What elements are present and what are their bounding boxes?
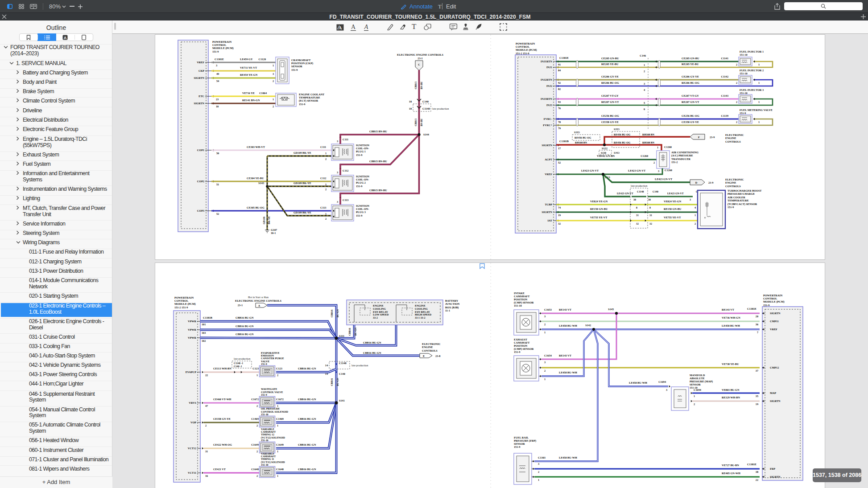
svg-text:LE458 BU-WH: LE458 BU-WH xyxy=(629,381,647,384)
svg-text:CONTROL: CONTROL xyxy=(763,297,777,300)
svg-text:LE423 GN-VT: LE423 GN-VT xyxy=(667,192,684,195)
svg-text:1: 1 xyxy=(758,63,760,66)
svg-text:C1381E: C1381E xyxy=(747,463,756,466)
svg-text:VARIABLE: VARIABLE xyxy=(261,428,274,431)
svg-text:VE755 YE-VT: VE755 YE-VT xyxy=(664,216,681,219)
svg-text:VE738 YE-BU: VE738 YE-BU xyxy=(722,362,739,365)
svg-text:3: 3 xyxy=(273,72,274,75)
svg-text:11-1: 11-1 xyxy=(445,309,450,312)
svg-text:VALVE: VALVE xyxy=(261,360,269,363)
svg-text:30: 30 xyxy=(633,198,636,201)
svg-text:RE456 BU-OG: RE456 BU-OG xyxy=(614,141,631,144)
svg-text:151-9: 151-9 xyxy=(727,205,734,209)
svg-text:CE305 BU-OG: CE305 BU-OG xyxy=(247,206,265,209)
svg-text:VE727 BU-BN: VE727 BU-BN xyxy=(722,463,739,467)
svg-text:23: 23 xyxy=(216,98,219,101)
svg-text:IGNITION: IGNITION xyxy=(356,175,369,178)
svg-text:late production: late production xyxy=(631,184,647,187)
svg-text:VCT11: VCT11 xyxy=(188,471,196,474)
svg-text:VPWR: VPWR xyxy=(188,336,196,339)
svg-text:ELECTRONIC: ELECTRONIC xyxy=(725,133,744,136)
svg-text:POWERTRAIN: POWERTRAIN xyxy=(763,294,783,297)
svg-text:C146: C146 xyxy=(640,54,646,57)
svg-text:C1141: C1141 xyxy=(721,57,728,60)
svg-text:18: 18 xyxy=(409,100,412,103)
svg-text:82: 82 xyxy=(558,87,561,90)
svg-text:3: 3 xyxy=(337,139,338,143)
svg-text:RE205 YE-BU: RE205 YE-BU xyxy=(682,62,699,66)
svg-text:LE458 BU-WH: LE458 BU-WH xyxy=(559,324,577,327)
svg-text:2: 2 xyxy=(644,70,645,73)
svg-text:C1260: C1260 xyxy=(665,168,672,172)
svg-text:C1469: C1469 xyxy=(276,417,284,420)
svg-text:CBB16 BU-GN: CBB16 BU-GN xyxy=(298,467,316,471)
svg-text:1: 1 xyxy=(544,331,546,334)
svg-text:VE711 YE-VT: VE711 YE-VT xyxy=(240,66,257,69)
svg-text:23-1: 23-1 xyxy=(417,57,422,60)
svg-text:C111: C111 xyxy=(320,145,326,148)
svg-text:TIMING 12: TIMING 12 xyxy=(261,433,274,436)
svg-text:CBB16 BU-GN: CBB16 BU-GN xyxy=(298,443,316,446)
svg-text:1: 1 xyxy=(758,100,760,103)
svg-text:RHD: RHD xyxy=(614,127,620,131)
svg-text:CE207 VT-GY: CE207 VT-GY xyxy=(682,94,699,97)
svg-text:CBB16 BU-GN: CBB16 BU-GN xyxy=(298,417,316,420)
svg-text:23-9: 23-9 xyxy=(708,181,713,184)
svg-text:C1303: C1303 xyxy=(538,456,546,459)
svg-text:C140 -1: C140 -1 xyxy=(234,365,242,368)
svg-text:late production: late production xyxy=(234,357,250,360)
svg-text:32: 32 xyxy=(649,222,652,225)
svg-text:C1148: C1148 xyxy=(637,190,644,193)
svg-text:ACPT: ACPT xyxy=(545,158,553,161)
svg-text:C112: C112 xyxy=(343,169,348,172)
svg-text:CE256 BU-OG: CE256 BU-OG xyxy=(682,114,699,117)
svg-text:TEMPERATURE: TEMPERATURE xyxy=(299,96,320,99)
svg-text:151-9: 151-9 xyxy=(261,363,267,365)
svg-text:CONTROL: CONTROL xyxy=(516,45,529,48)
svg-text:151-9: 151-9 xyxy=(261,394,267,396)
svg-text:CE303 WH-VT: CE303 WH-VT xyxy=(247,145,265,148)
svg-text:2: 2 xyxy=(325,157,327,160)
svg-text:A: A xyxy=(351,24,356,30)
svg-text:MAP: MAP xyxy=(770,391,776,394)
svg-text:151-9: 151-9 xyxy=(356,153,362,156)
svg-text:C1260: C1260 xyxy=(641,154,648,157)
svg-text:151-2 151-9: 151-2 151-9 xyxy=(516,52,529,55)
svg-text:S142: S142 xyxy=(585,324,591,327)
svg-text:COP1: COP1 xyxy=(197,148,204,152)
svg-text:3: 3 xyxy=(337,200,338,203)
svg-text:ENGINE: ENGINE xyxy=(725,136,736,139)
svg-text:POSITION: POSITION xyxy=(514,298,528,301)
svg-text:76: 76 xyxy=(558,107,561,110)
svg-text:RE206 BU-OG: RE206 BU-OG xyxy=(601,81,619,84)
svg-text:ENGINE: ENGINE xyxy=(725,181,736,184)
svg-text:1: 1 xyxy=(758,81,760,84)
svg-text:19: 19 xyxy=(756,402,758,406)
svg-text:CE207 VT-GY: CE207 VT-GY xyxy=(601,94,619,97)
svg-text:FUEL INJECTOR 1: FUEL INJECTOR 1 xyxy=(740,50,764,53)
svg-text:C1653: C1653 xyxy=(544,308,552,311)
svg-text:36: 36 xyxy=(756,323,758,326)
svg-text:CBB16 BU-GN: CBB16 BU-GN xyxy=(363,351,381,354)
svg-text:CE421 VT: CE421 VT xyxy=(213,467,226,471)
svg-text:EVAPCP: EVAPCP xyxy=(186,370,197,373)
svg-text:WASTEGATE: WASTEGATE xyxy=(261,388,277,390)
svg-text:7: 7 xyxy=(757,331,758,334)
svg-text:VREF: VREF xyxy=(545,172,552,176)
svg-text:1: 1 xyxy=(657,146,658,149)
svg-text:2: 2 xyxy=(256,424,258,427)
svg-text:84: 84 xyxy=(558,69,561,72)
svg-text:22: 22 xyxy=(205,373,208,377)
svg-text:PLUG 1: PLUG 1 xyxy=(356,150,366,153)
svg-text:INJ2: INJ2 xyxy=(546,84,552,87)
svg-text:PLUG 2: PLUG 2 xyxy=(356,181,366,184)
svg-text:151-9: 151-9 xyxy=(299,103,305,106)
svg-text:TIMING 11: TIMING 11 xyxy=(261,458,274,460)
svg-text:CE422 WH-OG: CE422 WH-OG xyxy=(213,443,232,446)
svg-text:C1672: C1672 xyxy=(251,398,259,401)
svg-text:2: 2 xyxy=(538,470,539,473)
svg-text:2: 2 xyxy=(694,402,695,406)
svg-text:3: 3 xyxy=(658,169,659,172)
svg-text:3: 3 xyxy=(544,315,546,318)
svg-text:23-1: 23-1 xyxy=(238,303,243,307)
